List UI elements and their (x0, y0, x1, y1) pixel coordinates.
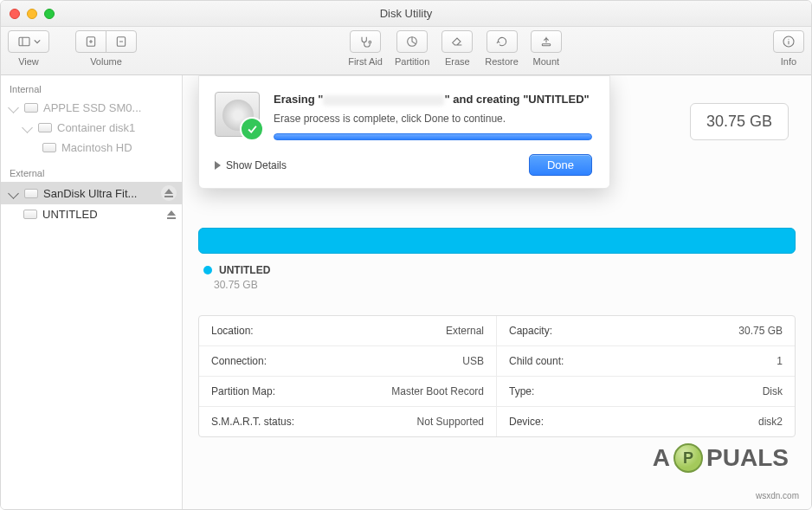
volume-minus-icon (114, 35, 128, 48)
partition-size: 30.75 GB (214, 279, 796, 291)
firstaid-button[interactable] (350, 30, 381, 53)
info-value: 1 (777, 355, 783, 367)
sidebar-item-container-disk1[interactable]: Container disk1 (1, 118, 182, 138)
partition-color-swatch (203, 266, 212, 274)
close-window-button[interactable] (10, 9, 20, 19)
partition-button[interactable] (396, 30, 428, 53)
show-details-label: Show Details (226, 159, 287, 171)
info-row-capacity: Capacity: 30.75 GB (497, 316, 795, 346)
watermark-url: wsxdn.com (756, 491, 799, 500)
redacted-volume-name (323, 95, 444, 106)
restore-label: Restore (485, 56, 519, 67)
toolbar-group-view: View (8, 30, 49, 67)
internal-disk-icon (24, 103, 38, 113)
eject-button[interactable] (161, 185, 177, 201)
info-value: Master Boot Record (391, 385, 484, 397)
sidebar-item-apple-ssd[interactable]: APPLE SSD SM0... (1, 98, 182, 118)
svg-point-7 (369, 41, 371, 43)
sidebar-header-internal: Internal (1, 81, 182, 98)
restore-button[interactable] (487, 30, 518, 53)
window-controls (1, 9, 55, 19)
disclosure-triangle-icon[interactable] (8, 102, 19, 113)
info-icon (782, 35, 796, 48)
capacity-value: 30.75 GB (706, 113, 772, 130)
sidebar: Internal APPLE SSD SM0... Container disk… (1, 75, 183, 510)
volume-label: Volume (90, 56, 122, 67)
toolbar-group-firstaid: First Aid (348, 30, 383, 67)
info-label: Child count: (509, 355, 564, 367)
sheet-title: Erasing "" and creating "UNTITLED" (274, 92, 592, 107)
restore-icon (495, 35, 509, 48)
info-label: Type: (509, 385, 534, 397)
sheet-title-suffix: " and creating "UNTITLED" (444, 93, 589, 106)
disk-info-table: Location: External Capacity: 30.75 GB Co… (198, 315, 796, 437)
volume-add-button[interactable] (75, 30, 106, 53)
sidebar-item-label: UNTITLED (42, 208, 100, 221)
toolbar: View Volume First Aid Partition (1, 27, 811, 75)
info-row-smart: S.M.A.R.T. status: Not Supported (199, 407, 497, 436)
info-label: Info (781, 56, 796, 67)
info-value: 30.75 GB (738, 325, 783, 337)
watermark-suffix: PUALS (706, 444, 789, 472)
sidebar-item-macintosh-hd[interactable]: Macintosh HD (1, 138, 182, 158)
disclosure-triangle-icon[interactable] (22, 122, 33, 133)
info-label: Partition Map: (211, 385, 275, 397)
view-label: View (18, 56, 39, 67)
toolbar-group-erase: Erase (441, 30, 473, 67)
sheet-title-prefix: Erasing " (274, 93, 323, 106)
eject-icon[interactable] (166, 210, 177, 220)
erase-icon (450, 35, 464, 48)
toolbar-group-restore: Restore (485, 30, 519, 67)
success-checkmark-icon (240, 117, 264, 141)
watermark-p-icon: P (673, 443, 703, 473)
mount-icon (539, 35, 553, 48)
view-button[interactable] (8, 30, 49, 53)
svg-rect-0 (19, 37, 29, 45)
svg-point-12 (788, 39, 789, 40)
partition-name: UNTITLED (219, 264, 270, 276)
watermark-prefix: A (653, 444, 670, 472)
sidebar-item-label: SanDisk Ultra Fit... (43, 187, 156, 200)
toolbar-group-mount: Mount (531, 30, 562, 67)
info-label: Capacity: (509, 325, 552, 337)
window-title: Disk Utility (1, 7, 811, 20)
external-disk-icon (24, 189, 38, 198)
titlebar: Disk Utility (1, 1, 811, 27)
volume-plus-icon (84, 35, 98, 48)
disclosure-triangle-icon[interactable] (8, 188, 19, 199)
mount-button[interactable] (531, 30, 562, 53)
info-row-type: Type: Disk (497, 377, 795, 407)
partition-label: Partition (395, 56, 429, 67)
info-button[interactable] (773, 30, 804, 53)
info-value: USB (462, 355, 484, 367)
watermark-logo: A P PUALS (653, 443, 789, 473)
zoom-window-button[interactable] (44, 9, 55, 19)
info-row-partition-map: Partition Map: Master Boot Record (199, 377, 497, 407)
sidebar-item-label: APPLE SSD SM0... (43, 101, 177, 114)
minimize-window-button[interactable] (27, 9, 37, 19)
sidebar-item-untitled[interactable]: UNTITLED (1, 204, 182, 224)
volume-icon (23, 210, 37, 219)
info-value: Not Supported (417, 416, 484, 428)
info-value: External (446, 325, 484, 337)
sidebar-item-label: Container disk1 (57, 121, 177, 134)
done-button[interactable]: Done (529, 154, 592, 176)
info-label: Location: (211, 325, 254, 337)
volume-remove-button[interactable] (106, 30, 137, 53)
info-label: Device: (509, 416, 544, 428)
done-label: Done (547, 158, 574, 171)
sidebar-item-sandisk[interactable]: SanDisk Ultra Fit... (1, 182, 182, 204)
show-details-toggle[interactable]: Show Details (215, 159, 287, 171)
volume-icon (42, 143, 56, 152)
partition-legend: UNTITLED (203, 264, 796, 276)
erase-button[interactable] (441, 30, 473, 53)
hard-drive-icon (215, 92, 260, 137)
sheet-message: Erase process is complete, click Done to… (274, 113, 592, 125)
info-value: Disk (763, 385, 783, 397)
info-row-location: Location: External (199, 316, 497, 346)
info-row-connection: Connection: USB (199, 346, 497, 377)
erase-progress-bar (274, 133, 592, 140)
pie-icon (405, 35, 419, 48)
partition-usage-bar (198, 228, 796, 254)
toolbar-group-info: Info (773, 30, 804, 67)
